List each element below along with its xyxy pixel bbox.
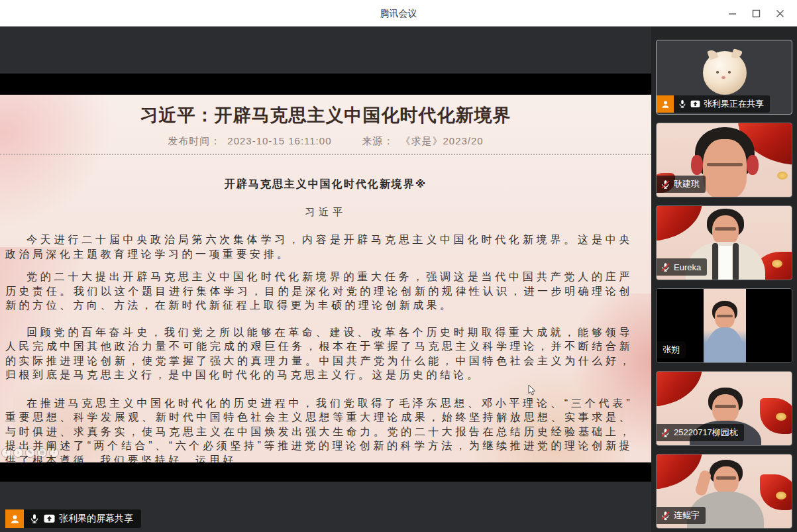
jacket-trim	[733, 243, 739, 280]
close-icon	[776, 9, 784, 18]
participant-name: 连鲲宇	[674, 509, 700, 521]
participant-nameplate: 张朔	[657, 341, 686, 358]
cat-nose	[721, 76, 725, 79]
participant-tile-zhangliguo[interactable]: 张利果正在共享	[656, 40, 792, 115]
glasses	[716, 476, 736, 480]
participant-nameplate: Eureka	[657, 258, 707, 276]
cat-eye	[728, 71, 731, 74]
screen-share-icon	[690, 100, 700, 108]
window-title: 腾讯会议	[0, 0, 797, 27]
gold-emblem	[776, 413, 786, 421]
gold-emblem	[776, 492, 786, 500]
letterbox-bottom	[0, 462, 651, 482]
participant-tile-eureka[interactable]: Eureka	[656, 205, 792, 280]
article-title: 习近平：开辟马克思主义中国化时代化新境界	[0, 95, 651, 127]
maximize-button[interactable]	[744, 0, 768, 27]
red-flag-decoration	[657, 372, 707, 407]
minimize-icon	[728, 9, 737, 18]
glasses	[707, 163, 743, 166]
article-paragraph: 今天进行二十届中央政治局第六次集体学习，内容是开辟马克思主义中国化时代化新境界。…	[5, 233, 633, 261]
cat-ear	[731, 48, 743, 60]
article-author: 习近平	[0, 206, 651, 219]
participant-name: 张朔	[663, 344, 680, 356]
participant-tile-gengjianqi[interactable]: 耿建琪	[656, 123, 792, 197]
raised-hand	[694, 469, 712, 496]
gold-emblem	[777, 172, 788, 180]
sharer-person-icon	[657, 95, 674, 113]
person-face	[715, 306, 735, 329]
article-heading: 开辟马克思主义中国化时代化新境界※	[0, 178, 651, 191]
participant-name: 耿建琪	[674, 178, 700, 190]
person-face	[712, 394, 739, 423]
mic-muted-icon	[661, 180, 670, 189]
headphone-left	[691, 155, 703, 175]
tencent-meeting-window: 腾讯会议 ‹ ›	[0, 0, 797, 532]
minimize-button[interactable]	[720, 0, 744, 27]
person-shirt	[719, 246, 732, 280]
gold-emblem	[772, 260, 782, 268]
participant-nameplate: 连鲲宇	[657, 507, 706, 524]
source-label: 来源：	[362, 135, 394, 146]
mouse-cursor	[528, 384, 536, 396]
maximize-icon	[752, 9, 761, 18]
sharer-person-icon	[5, 509, 24, 528]
red-flag-decoration	[657, 206, 707, 242]
person-face	[703, 139, 747, 197]
share-badge-label: 张利果的屏幕共享	[59, 513, 133, 525]
source-value: 《求是》2023/20	[400, 135, 483, 146]
window-titlebar[interactable]: 腾讯会议	[0, 0, 797, 27]
cat-avatar	[703, 51, 747, 95]
shared-screen-stage: ‹ › ✎ ⊕ ◦ 习近平：开辟马克思主义中国化时代化新境界 发布时间：2023…	[0, 27, 651, 532]
close-button[interactable]	[768, 0, 792, 27]
person-hoodie	[705, 327, 745, 362]
letterbox-top	[0, 74, 651, 95]
participant-nameplate: 耿建琪	[657, 176, 706, 193]
mic-muted-icon	[661, 511, 670, 521]
participant-name: Eureka	[674, 262, 701, 272]
participants-sidebar: 张利果正在共享	[651, 27, 797, 532]
article-paragraph: 在推进马克思主义中国化时代化的历史进程中，我们党取得了毛泽东思想、邓小平理论、“…	[5, 396, 633, 463]
window-controls	[720, 0, 792, 27]
participant-tile-zhangshuo[interactable]: 张朔	[656, 288, 792, 363]
portrait-video-strip	[704, 289, 746, 362]
person-face	[714, 466, 739, 494]
cat-eye	[716, 71, 719, 74]
mic-muted-icon	[661, 262, 670, 272]
glasses	[715, 227, 736, 231]
headphone-right	[747, 155, 759, 175]
screen-share-icon	[44, 514, 55, 523]
publish-time-label: 发布时间：	[168, 135, 221, 146]
participant-name: 25220717柳园杭	[674, 427, 738, 439]
red-flag-decoration	[760, 474, 792, 510]
glasses	[717, 315, 733, 317]
dotted-divider	[0, 154, 651, 155]
article-meta: 发布时间：2023-10-15 16:11:00来源：《求是》2023/20	[0, 135, 651, 148]
publish-time-value: 2023-10-15 16:11:00	[227, 135, 331, 146]
mic-on-icon	[678, 99, 687, 109]
article-paragraph: 回顾党的百年奋斗史，我们党之所以能够在革命、建设、改革各个历史时期取得重大成就，…	[5, 325, 633, 382]
participant-tile-liuyuanhang[interactable]: 25220717柳园杭	[656, 371, 792, 446]
participant-tile-liankunyu[interactable]: 连鲲宇	[656, 454, 792, 529]
glasses	[715, 405, 736, 408]
article-paragraph: 党的二十大提出开辟马克思主义中国化时代化新境界的重大任务，强调这是当代中国共产党…	[5, 270, 633, 313]
participant-name: 张利果正在共享	[704, 98, 764, 110]
screen-share-badge: 张利果的屏幕共享	[5, 509, 141, 528]
mic-muted-icon	[661, 428, 670, 438]
participant-nameplate: 25220717柳园杭	[657, 424, 744, 441]
shared-article-page: ‹ › ✎ ⊕ ◦ 习近平：开辟马克思主义中国化时代化新境界 发布时间：2023…	[0, 95, 651, 462]
mic-on-icon	[29, 513, 40, 524]
participant-nameplate: 张利果正在共享	[657, 95, 770, 113]
cat-ear	[707, 48, 719, 60]
jacket-trim	[712, 243, 718, 280]
